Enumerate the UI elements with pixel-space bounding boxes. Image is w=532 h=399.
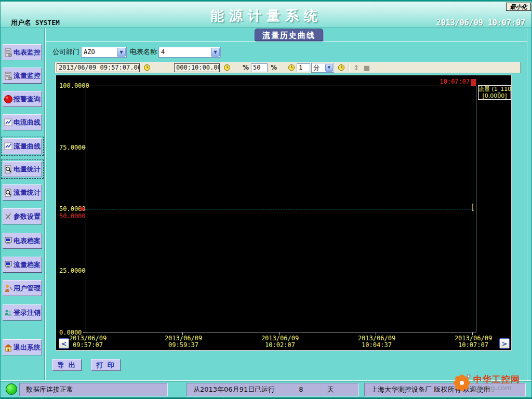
sidebar-item-label: 流量监控 [14, 71, 41, 81]
meter-archive-icon [4, 236, 14, 246]
cursor-top-marker[interactable] [471, 79, 476, 86]
toolbar-separator [349, 63, 349, 72]
start-time-clock-button[interactable] [142, 63, 152, 72]
meter-label: 电表名称 [130, 47, 157, 57]
sidebar-item-label: 参数设置 [14, 212, 41, 221]
percent-decrease-button[interactable]: % [241, 63, 251, 72]
cursor-value-label: 50.0000 [59, 212, 86, 220]
param-settings-icon [4, 212, 14, 221]
start-time-field[interactable]: 2013/06/09 09:57:07.062 [57, 63, 140, 72]
current-curve-icon [4, 118, 14, 127]
sidebar-item-label: 退出系统 [14, 343, 41, 352]
gkong-watermark: 中华工控网 gkong.com [451, 370, 529, 395]
meter-select-value: 4 [159, 48, 210, 56]
runtime-days: 8 [299, 385, 303, 393]
sidebar-item-label: 用户管理 [14, 284, 41, 293]
sidebar-item-flow-curve[interactable]: 流量曲线 [3, 138, 42, 154]
chart-toolbar: 2013/06/09 09:57:07.062 000:10:00.000 % … [55, 62, 521, 73]
flow-stats-icon [4, 188, 14, 197]
goto-latest-button: ↕ [351, 63, 362, 72]
tab-flow-history-curve[interactable]: 流量历史曲线 [255, 29, 323, 41]
datetime-display: 2013/06/09 10:07:07 [436, 18, 525, 28]
dept-select-value: AZO [82, 48, 116, 56]
flow-curve-icon [4, 142, 14, 151]
filter-row: 公司部门 AZO ▼ 电表名称 4 ▼ [52, 46, 221, 58]
runtime-panel: 从2013年06月91日已运行 8 天 [187, 383, 359, 396]
scroll-left-button[interactable]: < [59, 338, 69, 349]
interval-input[interactable]: 1 [297, 63, 310, 72]
app-window: 能源计量系统 用户名 SYSTEM 2013/06/09 10:07:07 最小… [0, 0, 532, 399]
chevron-down-icon[interactable]: ▼ [117, 48, 126, 57]
runtime-unit: 天 [327, 385, 334, 393]
x-tick-label: 2013/06/0910:02:07 [261, 335, 299, 349]
meter-monitor-icon [4, 48, 14, 57]
y-tick-label: 75.0000 [59, 144, 86, 151]
db-status-panel: 数据库连接正常 [19, 383, 168, 396]
sidebar-item-param-settings[interactable]: 参数设置 [3, 208, 42, 224]
sidebar-item-flow-monitor[interactable]: 流量监控 [3, 68, 42, 84]
x-tick-label: 2013/06/0909:57:07 [69, 335, 107, 349]
dept-label: 公司部门 [52, 47, 79, 57]
x-tick-label: 2013/06/0909:59:37 [165, 335, 202, 349]
chevron-down-icon[interactable]: ▼ [211, 48, 220, 57]
cursor-handle[interactable]: [ [470, 203, 475, 212]
clock-icon [143, 64, 151, 71]
flow-monitor-icon [4, 71, 14, 81]
power-stats-icon [4, 165, 14, 174]
dept-select[interactable]: AZO ▼ [81, 47, 127, 58]
x-tick-label: 2013/06/0910:04:37 [358, 335, 395, 349]
scroll-right-button[interactable]: > [499, 338, 510, 349]
percent-increase-button[interactable]: % [269, 63, 279, 72]
gear-flower-icon [451, 370, 473, 394]
apply-clock-button[interactable] [336, 63, 347, 72]
sidebar-item-meter-archive[interactable]: 电表档案 [3, 233, 42, 249]
sidebar-item-label: 电表监控 [14, 48, 41, 57]
export-button[interactable]: 导 出 [52, 359, 82, 371]
legend-series-name: 流量 (1_110 [478, 86, 511, 92]
interval-unit-select[interactable]: 分 ▼ [311, 63, 334, 73]
trend-chart[interactable]: 100.0000 75.0000 50.0000 25.0000 0.0000 … [56, 75, 512, 351]
y-tick-label: 25.0000 [59, 267, 86, 274]
interval-unit-value: 分 [312, 63, 325, 72]
print-button[interactable]: 打 印 [91, 359, 121, 371]
cursor-time-label: 10:07:07 [429, 78, 470, 85]
percent-input[interactable]: 50 [251, 63, 268, 72]
sidebar-item-label: 电流曲线 [14, 118, 41, 127]
horizontal-cursor-line[interactable] [86, 209, 474, 209]
sidebar-item-label: 流量档案 [14, 260, 41, 270]
exit-system-icon [4, 343, 14, 352]
sidebar-item-meter-monitor[interactable]: 电表监控 [3, 44, 42, 60]
sidebar-item-power-stats[interactable]: 电量统计 [3, 161, 42, 177]
sidebar-item-login-logout[interactable]: 登录注销 [3, 304, 42, 321]
sidebar-item-user-manage[interactable]: 用户管理 [3, 280, 42, 296]
sidebar-item-label: 登录注销 [14, 308, 41, 317]
runtime-text: 从2013年06月91日已运行 [193, 385, 275, 393]
title-bar: 能源计量系统 用户名 SYSTEM 2013/06/09 10:07:07 最小… [1, 1, 532, 28]
cursor-left-marker[interactable] [81, 206, 85, 211]
legend-series-value: [0.0000] [478, 92, 511, 99]
login-logout-icon [4, 308, 14, 317]
y-tick-label: 100.0000 [59, 82, 86, 89]
sidebar-item-label: 电量统计 [14, 165, 41, 174]
clock-icon [338, 64, 345, 71]
x-tick-label: 2013/06/0910:07:07 [455, 335, 492, 349]
user-manage-icon [4, 284, 14, 293]
time-span-clock-button[interactable] [222, 63, 232, 72]
sidebar-item-flow-stats[interactable]: 流量统计 [3, 184, 42, 201]
time-span-field[interactable]: 000:10:00.000 [174, 63, 220, 72]
interval-clock-button[interactable] [286, 63, 297, 72]
watermark-site-domain: gkong.com [474, 384, 512, 392]
save-snapshot-button: ■ [362, 63, 372, 72]
y-tick [83, 332, 86, 333]
sidebar-item-alarm-query[interactable]: 报警查询 [3, 91, 42, 107]
chevron-down-icon[interactable]: ▼ [325, 64, 333, 72]
sidebar-item-flow-archive[interactable]: 流量档案 [3, 257, 42, 273]
sidebar-item-label: 电表档案 [14, 236, 41, 246]
db-status-led [6, 383, 17, 395]
sidebar-item-label: 报警查询 [14, 95, 41, 104]
tab-divider [46, 41, 527, 42]
meter-select[interactable]: 4 ▼ [158, 47, 221, 58]
sidebar-item-current-curve[interactable]: 电流曲线 [3, 114, 42, 130]
minimize-button[interactable]: 最小化 [506, 3, 531, 11]
sidebar-item-exit-system[interactable]: 退出系统 [3, 339, 42, 355]
